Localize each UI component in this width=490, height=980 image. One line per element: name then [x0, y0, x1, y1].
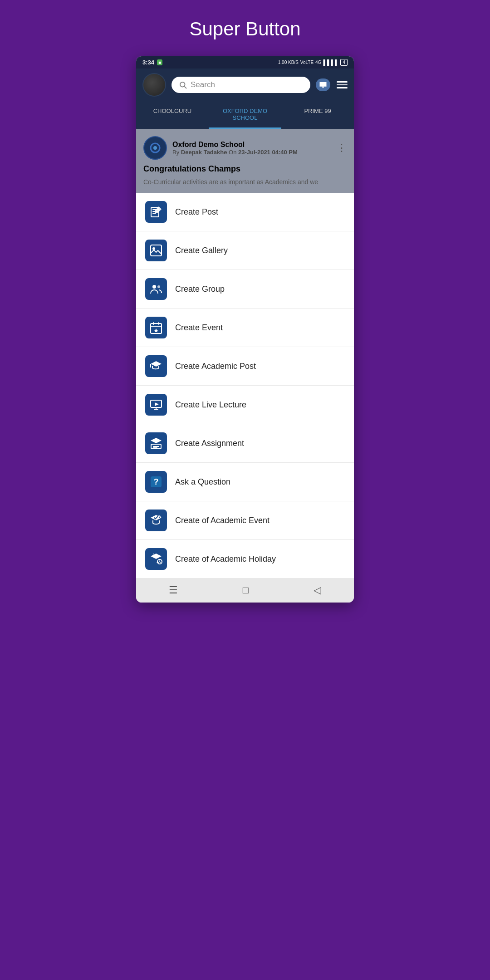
- create-assignment-label: Create Assignment: [175, 439, 244, 448]
- outer-wrapper: Super Button 3:34 ■ 1.00 KB/S VoLTE 4G ▌…: [122, 0, 368, 621]
- create-group-label: Create Group: [175, 284, 225, 294]
- search-icon: [179, 81, 187, 89]
- hamburger-menu[interactable]: [337, 81, 348, 88]
- battery-indicator: 4: [340, 59, 348, 66]
- create-assignment-icon: [145, 432, 167, 454]
- post-preview: Oxford Demo School By Deepak Tadakhe On …: [136, 129, 354, 193]
- create-post-icon: [145, 201, 167, 223]
- create-event-icon: [145, 317, 167, 338]
- status-bar: 3:34 ■ 1.00 KB/S VoLTE 4G ▌▌▌▌ 4: [136, 56, 354, 69]
- post-school-name: Oxford Demo School: [172, 141, 331, 149]
- create-academic-holiday-label: Create of Academic Holiday: [175, 554, 276, 564]
- post-by: By Deepak Tadakhe On 23-Jul-2021 04:40 P…: [172, 149, 331, 156]
- menu-item-create-academic-event[interactable]: ★Create of Academic Event: [136, 501, 354, 540]
- post-more-options[interactable]: ⋮: [337, 142, 347, 154]
- create-post-label: Create Post: [175, 207, 218, 217]
- menu-item-create-academic-post[interactable]: Create Academic Post: [136, 347, 354, 386]
- create-live-lecture-icon: [145, 394, 167, 416]
- menu-item-ask-question[interactable]: ?Ask a Question: [136, 463, 354, 501]
- nav-back-button[interactable]: ◁: [314, 584, 321, 596]
- svg-point-4: [153, 146, 157, 150]
- create-gallery-label: Create Gallery: [175, 246, 228, 255]
- svg-point-8: [152, 285, 156, 289]
- tab-oxford-demo-school[interactable]: OXFORD DEMO SCHOOL: [209, 101, 281, 129]
- search-label: Search: [191, 80, 215, 89]
- create-gallery-icon: [145, 240, 167, 261]
- svg-point-9: [157, 285, 160, 288]
- menu-item-create-gallery[interactable]: Create Gallery: [136, 231, 354, 270]
- svg-text:?: ?: [154, 477, 159, 486]
- post-body: Co-Curricular activities are as importan…: [143, 178, 347, 186]
- create-academic-event-label: Create of Academic Event: [175, 516, 270, 525]
- ask-question-label: Ask a Question: [175, 477, 230, 487]
- create-event-label: Create Event: [175, 323, 223, 333]
- phone-frame: 3:34 ■ 1.00 KB/S VoLTE 4G ▌▌▌▌ 4 Search: [136, 56, 354, 603]
- create-academic-holiday-icon: [145, 548, 167, 570]
- menu-item-create-live-lecture[interactable]: Create Live Lecture: [136, 386, 354, 424]
- search-bar[interactable]: Search: [172, 77, 310, 93]
- status-right: 1.00 KB/S VoLTE 4G ▌▌▌▌ 4: [278, 59, 348, 66]
- nav-menu-button[interactable]: ☰: [169, 584, 178, 596]
- nav-home-button[interactable]: □: [243, 584, 249, 596]
- tab-bar: CHOOLGURU OXFORD DEMO SCHOOL PRIME 99: [136, 101, 354, 129]
- avatar: [142, 73, 166, 97]
- create-academic-post-label: Create Academic Post: [175, 362, 256, 371]
- menu-list: Create PostCreate GalleryCreate GroupCre…: [136, 193, 354, 578]
- menu-item-create-assignment[interactable]: Create Assignment: [136, 424, 354, 463]
- create-live-lecture-label: Create Live Lecture: [175, 400, 246, 410]
- app-header: Search: [136, 69, 354, 101]
- menu-item-create-event[interactable]: Create Event: [136, 309, 354, 347]
- create-academic-event-icon: ★: [145, 510, 167, 531]
- status-icon: ■: [157, 59, 162, 65]
- bottom-nav: ☰ □ ◁: [136, 578, 354, 603]
- svg-line-1: [184, 86, 186, 88]
- menu-item-create-post[interactable]: Create Post: [136, 193, 354, 231]
- header-icons: [316, 78, 348, 91]
- status-time: 3:34 ■: [142, 59, 162, 66]
- menu-item-create-group[interactable]: Create Group: [136, 270, 354, 309]
- create-group-icon: [145, 278, 167, 300]
- post-avatar: [143, 136, 167, 160]
- post-title: Congratulations Champs: [143, 164, 347, 174]
- svg-rect-6: [151, 245, 162, 256]
- chat-icon[interactable]: [316, 78, 330, 91]
- ask-question-icon: ?: [145, 471, 167, 493]
- menu-item-create-academic-holiday[interactable]: Create of Academic Holiday: [136, 540, 354, 578]
- tab-prime99[interactable]: PRIME 99: [281, 101, 354, 129]
- tab-choolguru[interactable]: CHOOLGURU: [136, 101, 209, 129]
- svg-marker-12: [155, 402, 159, 406]
- create-academic-post-icon: [145, 355, 167, 377]
- page-title: Super Button: [189, 18, 300, 40]
